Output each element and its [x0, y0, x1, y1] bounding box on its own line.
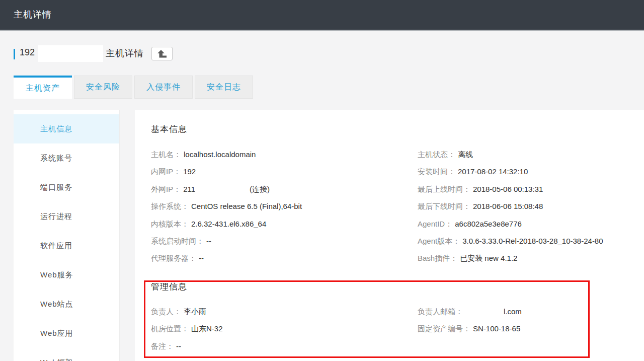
accent-bar — [14, 49, 15, 59]
field-label: 备注： — [151, 342, 174, 350]
redacted-gap — [195, 191, 247, 192]
field-label: 固定资产编号： — [418, 324, 470, 333]
field-value: a6c802a5e3e8e776 — [455, 220, 522, 228]
field-label: 机房位置： — [151, 324, 189, 333]
info-row: 机房位置：山东N-32 — [151, 320, 223, 337]
field-value: SN-100-18-65 — [473, 324, 520, 333]
tab-4[interactable]: 安全日志 — [195, 76, 253, 99]
info-row: 负责人：李小雨 — [151, 303, 223, 320]
field-value: 211 — [183, 185, 195, 193]
info-row: 系统启动时间：-- — [151, 233, 302, 250]
field-label: 操作系统： — [151, 202, 189, 210]
field-label: 系统启动时间： — [151, 237, 204, 245]
breadcrumb-host-ip: 192 — [20, 47, 35, 58]
field-label: 代理服务器： — [151, 254, 196, 262]
sidebar-item-6[interactable]: Web服务 — [14, 260, 119, 290]
section-title-basic-info: 基本信息 — [151, 123, 187, 135]
field-label: 内核版本： — [151, 220, 189, 228]
breadcrumb-title: 主机详情 — [106, 47, 144, 59]
sidebar-item-2[interactable]: 系统账号 — [14, 143, 119, 173]
info-row: 备注：-- — [151, 338, 223, 355]
field-label: Agent版本： — [418, 237, 460, 245]
field-value-extra: (连接) — [250, 185, 270, 193]
field-value: 李小雨 — [184, 307, 206, 316]
back-button[interactable] — [151, 47, 173, 60]
info-row: 内核版本：2.6.32-431.el6.x86_64 — [151, 215, 302, 233]
page-title: 主机详情 — [14, 0, 52, 30]
info-row: 最后下线时间：2018-06-06 15:08:48 — [418, 198, 603, 215]
tab-1[interactable]: 主机资产 — [14, 76, 72, 99]
field-value: 山东N-32 — [191, 324, 223, 333]
field-label: 主机状态： — [418, 150, 455, 159]
return-arrow-icon — [157, 50, 167, 58]
field-label: Bash插件： — [418, 254, 457, 262]
sidebar-item-3[interactable]: 端口服务 — [14, 173, 119, 202]
info-row: 代理服务器：-- — [151, 250, 302, 267]
info-row: Bash插件：已安装 new 4.1.2 — [418, 250, 603, 267]
sidebar-item-4[interactable]: 运行进程 — [14, 202, 119, 231]
section-title-management-info: 管理信息 — [151, 281, 187, 293]
sidebar-item-7[interactable]: Web站点 — [14, 290, 119, 319]
sidebar-item-5[interactable]: 软件应用 — [14, 231, 119, 260]
field-value: 192 — [183, 167, 196, 176]
field-label: 负责人邮箱： — [418, 307, 463, 316]
breadcrumb: 192 主机详情 — [0, 43, 644, 65]
info-row: 安装时间：2017-08-02 14:32:10 — [418, 163, 603, 180]
field-value: 2017-08-02 14:32:10 — [458, 167, 528, 176]
info-row: 操作系统：CentOS release 6.5 (Final),64-bit — [151, 198, 302, 215]
field-label: 最后上线时间： — [418, 185, 470, 193]
info-row: 主机名：localhost.localdomain — [151, 146, 302, 163]
sidebar-item-8[interactable]: Web应用 — [14, 319, 119, 348]
field-label: 负责人： — [151, 307, 181, 316]
field-label: AgentID： — [418, 220, 452, 228]
sidebar: 主机信息系统账号端口服务运行进程软件应用Web服务Web站点Web应用Web框架 — [14, 110, 120, 361]
info-row: 最后上线时间：2018-05-06 00:13:31 — [418, 181, 603, 198]
field-value-extra: l.com — [504, 307, 522, 316]
field-value: 2.6.32-431.el6.x86_64 — [191, 220, 266, 228]
field-value: 已安装 new 4.1.2 — [460, 254, 517, 262]
field-value: -- — [206, 237, 211, 245]
tab-3[interactable]: 入侵事件 — [134, 76, 193, 99]
field-value: -- — [199, 254, 204, 262]
info-row: 外网IP：211(连接) — [151, 181, 302, 198]
field-label: 最后下线时间： — [418, 202, 470, 210]
field-label: 内网IP： — [151, 167, 181, 176]
field-value: -- — [176, 342, 181, 350]
app-header: 主机详情 — [0, 0, 644, 31]
info-row: Agent版本：3.0.6-3.33.0-Rel-2018-03-28_10-3… — [418, 233, 603, 250]
sidebar-item-9[interactable]: Web框架 — [14, 348, 119, 361]
basic-info-right-column: 主机状态：离线安装时间：2017-08-02 14:32:10最后上线时间：20… — [418, 146, 603, 267]
tab-2[interactable]: 安全风险 — [74, 76, 132, 99]
field-label: 安装时间： — [418, 167, 455, 176]
info-row: 负责人邮箱：l.com — [418, 303, 522, 320]
info-row: AgentID：a6c802a5e3e8e776 — [418, 215, 603, 233]
info-row: 主机状态：离线 — [418, 146, 603, 163]
management-info-left-column: 负责人：李小雨机房位置：山东N-32备注：-- — [151, 303, 223, 355]
field-label: 主机名： — [151, 150, 181, 159]
field-value: 离线 — [458, 150, 473, 159]
info-row: 固定资产编号：SN-100-18-65 — [418, 320, 522, 337]
field-value: 3.0.6-3.33.0-Rel-2018-03-28_10-38-24-80 — [462, 237, 603, 245]
field-value: localhost.localdomain — [184, 150, 256, 159]
tab-bar: 主机资产安全风险入侵事件安全日志 — [14, 76, 255, 99]
management-info-right-column: 负责人邮箱：l.com固定资产编号：SN-100-18-65 — [418, 303, 522, 338]
sidebar-item-1[interactable]: 主机信息 — [14, 114, 119, 143]
field-value: 2018-06-06 15:08:48 — [473, 202, 543, 210]
redaction-box — [38, 45, 103, 62]
field-value: 2018-05-06 00:13:31 — [473, 185, 543, 193]
field-value: CentOS release 6.5 (Final),64-bit — [191, 202, 302, 210]
basic-info-left-column: 主机名：localhost.localdomain内网IP：192外网IP：21… — [151, 146, 302, 267]
redacted-gap — [463, 314, 501, 314]
main-panel: 基本信息 主机名：localhost.localdomain内网IP：192外网… — [135, 110, 644, 361]
info-row: 内网IP：192 — [151, 163, 302, 180]
field-label: 外网IP： — [151, 185, 181, 193]
